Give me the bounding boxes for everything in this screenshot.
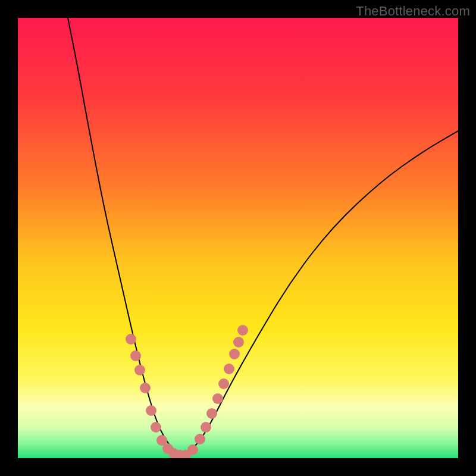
series-left-limb <box>68 18 181 455</box>
data-dot <box>130 350 141 361</box>
data-dot <box>195 434 205 444</box>
data-dot <box>126 334 136 345</box>
data-dot <box>212 393 223 404</box>
series-right-limb <box>181 131 458 455</box>
data-dot <box>134 365 145 375</box>
curve-dots <box>126 325 248 458</box>
chart-frame <box>18 18 458 458</box>
data-dot <box>233 337 244 347</box>
data-dot <box>187 444 198 455</box>
data-dot <box>201 422 211 433</box>
data-dot <box>206 408 217 419</box>
data-dot <box>140 383 151 393</box>
data-dot <box>237 325 248 336</box>
chart-svg <box>18 18 458 458</box>
watermark-text: TheBottleneck.com <box>356 4 470 19</box>
curve-lines <box>68 18 458 455</box>
data-dot <box>218 378 229 389</box>
data-dot <box>224 364 234 374</box>
data-dot <box>146 405 156 416</box>
data-dot <box>229 349 240 359</box>
data-dot <box>151 422 161 433</box>
